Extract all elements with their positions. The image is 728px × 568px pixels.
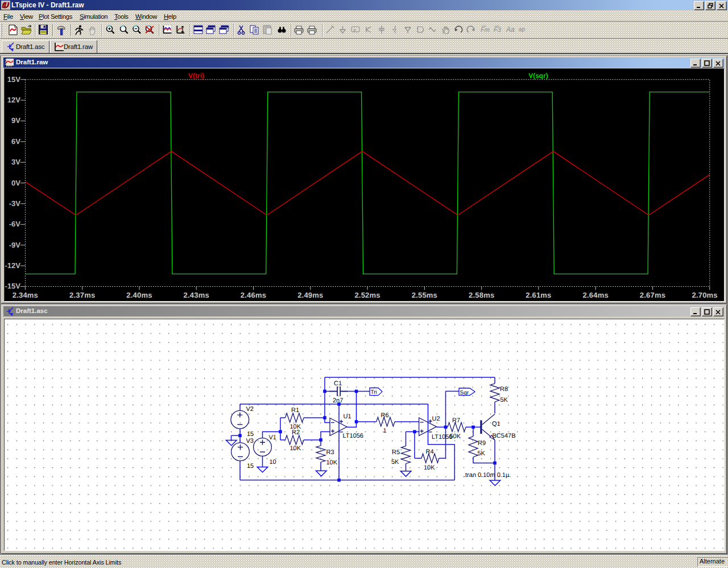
svg-text:-6V: -6V xyxy=(9,220,21,228)
svg-text:2n7: 2n7 xyxy=(333,397,343,404)
svg-text:R5: R5 xyxy=(392,449,400,456)
svg-text:R9: R9 xyxy=(478,440,486,447)
svg-text:-12V: -12V xyxy=(5,261,21,270)
svg-text:R1: R1 xyxy=(291,407,299,414)
svg-text:2.55ms: 2.55ms xyxy=(412,291,437,299)
svg-text:2.67ms: 2.67ms xyxy=(640,291,665,299)
svg-text:2.34ms: 2.34ms xyxy=(13,291,38,299)
svg-text:Aa: Aa xyxy=(506,26,515,34)
svg-text:V2: V2 xyxy=(246,406,254,413)
svg-text:0V: 0V xyxy=(11,179,20,187)
svg-text:U2: U2 xyxy=(432,415,440,422)
svg-text:ap: ap xyxy=(519,26,526,32)
svg-text:.tran 0.10m 0.1µ.: .tran 0.10m 0.1µ. xyxy=(464,472,511,479)
svg-text:5K: 5K xyxy=(391,459,399,466)
svg-text:12V: 12V xyxy=(7,96,20,104)
svg-text:R7: R7 xyxy=(452,417,460,424)
svg-text:R3: R3 xyxy=(326,449,334,456)
svg-text:2.52ms: 2.52ms xyxy=(354,291,380,299)
svg-text:R6: R6 xyxy=(381,412,389,419)
svg-text:Fm: Fm xyxy=(481,26,490,33)
svg-text:2.37ms: 2.37ms xyxy=(69,291,95,299)
svg-text:2.70ms: 2.70ms xyxy=(692,291,718,299)
svg-text:F3: F3 xyxy=(494,26,502,33)
svg-text:-15V: -15V xyxy=(5,282,21,290)
svg-text:a: a xyxy=(353,27,356,32)
svg-text:6V: 6V xyxy=(11,137,20,146)
svg-text:R2: R2 xyxy=(292,429,300,436)
svg-text:2.40ms: 2.40ms xyxy=(126,291,152,299)
svg-text:5K: 5K xyxy=(500,397,508,404)
svg-text:50K: 50K xyxy=(450,433,461,440)
svg-text:2.61ms: 2.61ms xyxy=(526,291,551,299)
svg-text:10K: 10K xyxy=(326,459,338,466)
svg-text:15V: 15V xyxy=(7,75,20,84)
svg-text:2.46ms: 2.46ms xyxy=(241,291,266,299)
svg-text:1: 1 xyxy=(383,427,387,434)
svg-text:15: 15 xyxy=(247,463,254,470)
svg-text:V3: V3 xyxy=(246,438,254,444)
svg-text:V1: V1 xyxy=(269,434,276,441)
svg-text:2.58ms: 2.58ms xyxy=(469,291,494,299)
svg-text:5K: 5K xyxy=(478,450,486,457)
svg-text:15: 15 xyxy=(247,431,254,438)
svg-text:C1: C1 xyxy=(334,380,342,387)
svg-text:2.64ms: 2.64ms xyxy=(583,291,609,299)
svg-text:10K: 10K xyxy=(290,445,301,452)
svg-text:Q1: Q1 xyxy=(492,421,500,427)
svg-text:10K: 10K xyxy=(424,464,435,471)
svg-text:R8: R8 xyxy=(500,386,508,393)
svg-text:2.49ms: 2.49ms xyxy=(297,291,323,299)
svg-text:U1: U1 xyxy=(344,413,351,420)
svg-text:-9V: -9V xyxy=(9,241,21,249)
svg-text:-3V: -3V xyxy=(9,199,21,208)
svg-text:3V: 3V xyxy=(11,158,20,166)
svg-text:BC547B: BC547B xyxy=(493,433,516,439)
svg-text:10: 10 xyxy=(270,459,276,466)
svg-text:Tri: Tri xyxy=(371,389,377,396)
svg-text:2.43ms: 2.43ms xyxy=(184,291,209,299)
svg-text:9V: 9V xyxy=(11,116,20,125)
svg-text:R4: R4 xyxy=(426,448,434,455)
svg-text:V(tri): V(tri) xyxy=(188,72,204,80)
svg-text:LT1056: LT1056 xyxy=(343,433,364,439)
svg-text:V(sqr): V(sqr) xyxy=(528,72,548,80)
svg-text:Sqr: Sqr xyxy=(460,390,469,396)
